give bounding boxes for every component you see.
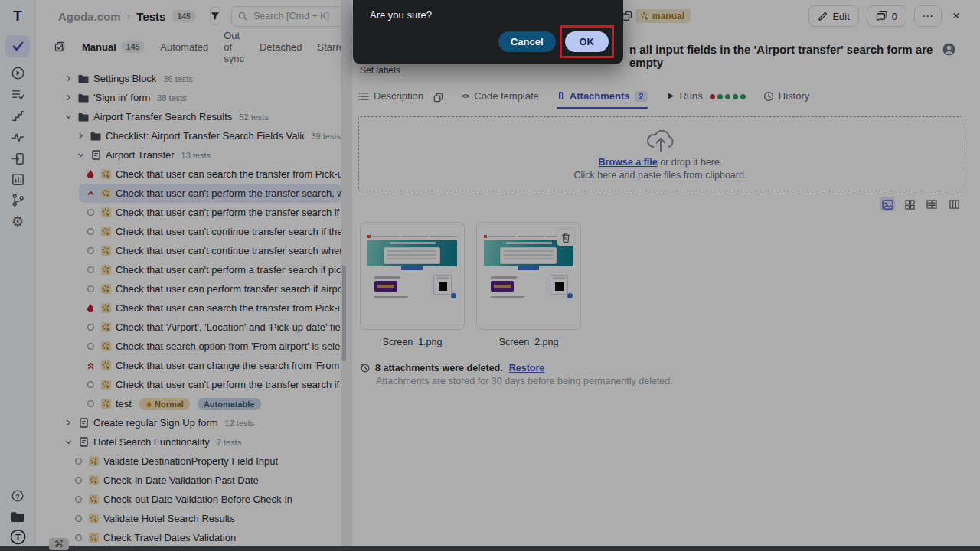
modal-overlay (0, 0, 980, 551)
ok-button[interactable]: OK (565, 31, 609, 52)
app-window: T ⚙ ? T Agoda.com › Tests 145 × (0, 0, 980, 551)
cancel-button[interactable]: Cancel (498, 31, 556, 52)
dialog-title: Are you sure? (370, 9, 432, 21)
confirm-dialog: Are you sure? Cancel OK (353, 0, 623, 64)
